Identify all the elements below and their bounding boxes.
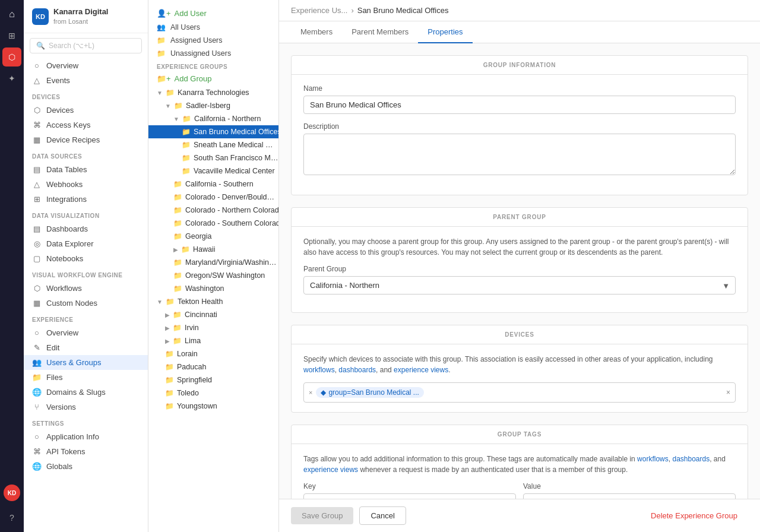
sidebar-item-notebooks[interactable]: ▢ Notebooks	[24, 251, 148, 266]
description-textarea[interactable]	[303, 134, 736, 175]
device-tag-wrapper[interactable]: × ◆ group=San Bruno Medical ... ×	[303, 382, 736, 403]
tree-group-hawaii[interactable]: ▶ 📁 Hawaii	[148, 243, 278, 256]
custom-nodes-icon: ▦	[32, 299, 42, 308]
tree-group-south-sf-label: South San Francisco Medica...	[194, 154, 278, 162]
tree-assigned-users[interactable]: 📁 Assigned Users	[148, 34, 278, 47]
tree-group-maryland[interactable]: 📁 Maryland/Virginia/Washington...	[148, 256, 278, 269]
cancel-button[interactable]: Cancel	[359, 506, 406, 525]
save-group-button[interactable]: Save Group	[291, 507, 353, 524]
tree-group-irvin-label: Irvin	[185, 324, 199, 332]
sidebar-label-exp-overview: Overview	[46, 328, 78, 337]
home-icon[interactable]: ⌂	[2, 5, 21, 24]
sidebar-label-device-recipes: Device Recipes	[46, 135, 100, 144]
sidebar-item-app-info[interactable]: ○ Application Info	[24, 429, 148, 444]
tree-group-youngstown[interactable]: 📁 Youngstown	[148, 400, 278, 413]
value-input[interactable]	[523, 493, 736, 499]
sidebar-item-users-groups[interactable]: 👥 Users & Groups	[24, 355, 148, 370]
section-experience: EXPERIENCE	[24, 311, 148, 325]
domains-icon: 🌐	[32, 388, 42, 397]
tree-group-ca-southern-label: California - Southern	[185, 180, 254, 188]
sidebar-item-exp-overview[interactable]: ○ Overview	[24, 325, 148, 340]
tree-group-co-denver[interactable]: 📁 Colorado - Denver/Boulder/M...	[148, 191, 278, 204]
sidebar-item-data-explorer[interactable]: ◎ Data Explorer	[24, 236, 148, 251]
tree-group-kanarra-tech[interactable]: ▼ 📁 Kanarra Technologies	[148, 86, 278, 99]
tree-group-irvin[interactable]: ▶ 📁 Irvin	[148, 321, 278, 334]
tree-group-sadler[interactable]: ▼ 📁 Sadler-Isberg	[148, 99, 278, 112]
key-input[interactable]	[303, 493, 516, 499]
tree-group-vacaville[interactable]: 📁 Vacaville Medical Center	[148, 164, 278, 178]
tab-parent-members[interactable]: Parent Members	[342, 21, 418, 43]
notebooks-icon: ▢	[32, 254, 42, 263]
sidebar-label-files: Files	[46, 373, 62, 382]
tree-group-sneath[interactable]: 📁 Sneath Lane Medical Offices	[148, 138, 278, 151]
add-user-button[interactable]: 👤+ Add User	[148, 6, 278, 21]
search-box[interactable]: 🔍 Search (⌥+L)	[30, 38, 142, 53]
sidebar-item-custom-nodes[interactable]: ▦ Custom Nodes	[24, 296, 148, 311]
tags-workflows-link[interactable]: workflows	[637, 455, 669, 463]
workflows-link[interactable]: workflows	[303, 366, 335, 374]
sidebar-item-access-keys[interactable]: ⌘ Access Keys	[24, 118, 148, 132]
sidebar-item-files[interactable]: 📁 Files	[24, 370, 148, 385]
delete-group-button[interactable]: Delete Experience Group	[640, 507, 748, 524]
tree-group-oregon[interactable]: 📁 Oregon/SW Washington	[148, 269, 278, 282]
sidebar-item-globals[interactable]: 🌐 Globals	[24, 459, 148, 474]
tree-group-lima[interactable]: ▶ 📁 Lima	[148, 334, 278, 347]
device-tag-icon: ◆	[321, 388, 326, 397]
tags-experience-views-link[interactable]: experience views	[303, 466, 358, 474]
tree-group-co-southern[interactable]: 📁 Colorado - Southern Colorado	[148, 217, 278, 230]
breadcrumb-parent[interactable]: Experience Us...	[291, 6, 347, 15]
tree-group-south-sf[interactable]: 📁 South San Francisco Medica...	[148, 151, 278, 164]
tree-group-tekton[interactable]: ▼ 📁 Tekton Health	[148, 295, 278, 308]
tags-dashboards-link[interactable]: dashboards	[672, 455, 710, 463]
tree-group-ca-southern[interactable]: 📁 California - Southern	[148, 178, 278, 191]
main-content: Experience Us... › San Bruno Medical Off…	[279, 0, 760, 532]
dashboards-link[interactable]: dashboards	[338, 366, 376, 374]
tree-group-washington[interactable]: 📁 Washington	[148, 282, 278, 295]
tree-all-users[interactable]: 👥 All Users	[148, 21, 278, 34]
tree-group-co-northern[interactable]: 📁 Colorado - Northern Colorado	[148, 204, 278, 217]
data-explorer-icon: ◎	[32, 239, 42, 248]
experience-views-link[interactable]: experience views	[394, 366, 448, 374]
tab-properties[interactable]: Properties	[418, 21, 472, 43]
name-input[interactable]	[303, 96, 736, 114]
tree-group-san-bruno[interactable]: 📁 San Bruno Medical Offices	[148, 125, 278, 138]
sidebar-item-data-tables[interactable]: ▤ Data Tables	[24, 162, 148, 177]
tree-group-paducah[interactable]: 📁 Paducah	[148, 360, 278, 373]
sidebar-item-integrations[interactable]: ⊞ Integrations	[24, 192, 148, 207]
tree-group-toledo[interactable]: 📁 Toledo	[148, 387, 278, 400]
add-group-button[interactable]: 📁+ Add Group	[148, 71, 278, 86]
sidebar-item-workflows[interactable]: ⬡ Workflows	[24, 281, 148, 296]
device-tag-label: group=San Bruno Medical ...	[328, 388, 419, 397]
tree-group-ca-northern[interactable]: ▼ 📁 California - Northern	[148, 112, 278, 125]
parent-group-select[interactable]: California - Northern Kanarra Technologi…	[303, 276, 736, 294]
question-icon[interactable]: ?	[2, 508, 21, 527]
tree-group-cincinnati[interactable]: ▶ 📁 Cincinnati	[148, 308, 278, 321]
value-group: Value	[523, 482, 736, 499]
sidebar-item-edit[interactable]: ✎ Edit	[24, 340, 148, 355]
avatar[interactable]: KD	[4, 484, 20, 501]
tab-members[interactable]: Members	[291, 21, 342, 43]
sidebar-item-api-tokens[interactable]: ⌘ API Tokens	[24, 444, 148, 459]
sidebar-item-device-recipes[interactable]: ▦ Device Recipes	[24, 132, 148, 147]
tree-group-georgia[interactable]: 📁 Georgia	[148, 230, 278, 243]
sidebar-item-events[interactable]: △ Events	[24, 73, 148, 88]
folder-icon-lorain: 📁	[165, 350, 174, 358]
tree-group-lorain[interactable]: 📁 Lorain	[148, 347, 278, 360]
grid-icon[interactable]: ⊞	[2, 26, 21, 45]
sidebar-item-domains[interactable]: 🌐 Domains & Slugs	[24, 385, 148, 400]
device-tag-clear[interactable]: ×	[726, 388, 730, 397]
tree-group-springfield[interactable]: 📁 Springfield	[148, 373, 278, 387]
sidebar-label-events: Events	[46, 76, 70, 85]
sidebar-item-dashboards[interactable]: ▤ Dashboards	[24, 221, 148, 236]
sidebar-item-overview[interactable]: ○ Overview	[24, 58, 148, 73]
nodes-icon[interactable]: ✦	[2, 69, 21, 88]
icon-bar: ⌂ ⊞ ⬡ ✦ KD ?	[0, 0, 24, 532]
device-tag-close-x[interactable]: ×	[309, 389, 312, 396]
sidebar-item-versions[interactable]: ⑂ Versions	[24, 400, 148, 414]
integrations-icon: ⊞	[32, 195, 42, 204]
folder-icon-toledo: 📁	[165, 389, 174, 397]
sidebar-item-devices[interactable]: ⬡ Devices	[24, 103, 148, 118]
tree-unassigned-users[interactable]: 📁 Unassigned Users	[148, 47, 278, 60]
box-icon[interactable]: ⬡	[2, 48, 21, 66]
sidebar-item-webhooks[interactable]: △ Webhooks	[24, 177, 148, 192]
